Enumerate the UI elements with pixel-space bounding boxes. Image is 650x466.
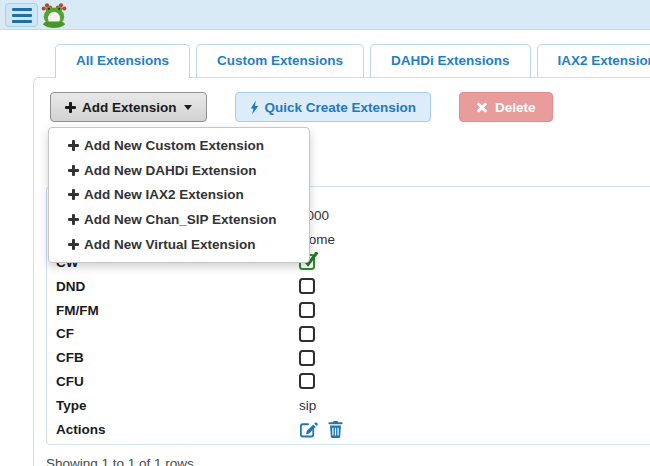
menu-toggle-button[interactable]	[5, 3, 38, 27]
row-label: CFU	[56, 374, 84, 389]
plus-icon	[68, 239, 79, 250]
freepbx-frog-logo[interactable]	[40, 1, 68, 29]
plus-icon	[65, 102, 76, 113]
menu-item-add-virtual-extension[interactable]: Add New Virtual Extension	[49, 232, 309, 257]
extensions-tab-bar: All Extensions Custom Extensions DAHDi E…	[55, 44, 650, 78]
tab-custom-extensions[interactable]: Custom Extensions	[196, 44, 364, 77]
table-row-cfb: CFB	[47, 346, 650, 370]
plus-icon	[68, 140, 79, 151]
plus-icon	[68, 214, 79, 225]
add-extension-button[interactable]: Add Extension	[50, 92, 207, 122]
menu-item-add-dahdi-extension[interactable]: Add New DAHDi Extension	[49, 158, 309, 183]
edit-extension-button[interactable]	[299, 420, 318, 439]
table-showing-text: Showing 1 to 1 of 1 rows	[46, 456, 194, 466]
table-row-cf: CF	[47, 322, 650, 346]
tab-all-extensions[interactable]: All Extensions	[55, 44, 190, 78]
table-row-actions: Actions	[47, 417, 650, 441]
menu-item-add-chan-sip-extension[interactable]: Add New Chan_SIP Extension	[49, 207, 309, 232]
hamburger-icon	[12, 8, 32, 11]
edit-icon	[299, 420, 318, 439]
quick-create-extension-button[interactable]: Quick Create Extension	[235, 92, 432, 122]
dnd-checkbox[interactable]	[299, 278, 315, 294]
menu-item-add-iax2-extension[interactable]: Add New IAX2 Extension	[49, 183, 309, 208]
x-icon	[476, 101, 488, 113]
extension-type-value: sip	[299, 398, 316, 413]
cfb-checkbox[interactable]	[299, 350, 315, 366]
fmfm-checkbox[interactable]	[299, 302, 315, 318]
cfu-checkbox[interactable]	[299, 373, 315, 389]
freepbx-extensions-screen: All Extensions Custom Extensions DAHDi E…	[0, 0, 650, 466]
delete-button[interactable]: Delete	[459, 92, 553, 122]
plus-icon	[68, 189, 79, 200]
plus-icon	[68, 165, 79, 176]
table-row-fmfm: FM/FM	[47, 298, 650, 322]
row-label: DND	[56, 279, 85, 294]
add-extension-dropdown-menu: Add New Custom Extension Add New DAHDi E…	[48, 127, 310, 263]
table-row-dnd: DND	[47, 274, 650, 298]
topbar	[0, 0, 650, 30]
table-row-cfu: CFU	[47, 370, 650, 394]
delete-extension-button[interactable]	[328, 420, 343, 438]
frog-icon	[40, 1, 68, 29]
trash-icon	[328, 420, 343, 438]
row-label: Type	[56, 398, 87, 413]
tab-iax2-extensions[interactable]: IAX2 Extensions	[537, 44, 650, 77]
tab-dahdi-extensions[interactable]: DAHDi Extensions	[370, 44, 531, 77]
row-label: FM/FM	[56, 303, 99, 318]
row-label: CFB	[56, 350, 84, 365]
bolt-icon	[250, 100, 259, 115]
menu-item-add-custom-extension[interactable]: Add New Custom Extension	[49, 133, 309, 158]
extensions-toolbar: Add Extension Quick Create Extension Del…	[50, 92, 553, 122]
table-row-type: Type sip	[47, 393, 650, 417]
caret-down-icon	[184, 105, 192, 110]
row-label: Actions	[56, 422, 106, 437]
cf-checkbox[interactable]	[299, 326, 315, 342]
row-label: CF	[56, 326, 74, 341]
